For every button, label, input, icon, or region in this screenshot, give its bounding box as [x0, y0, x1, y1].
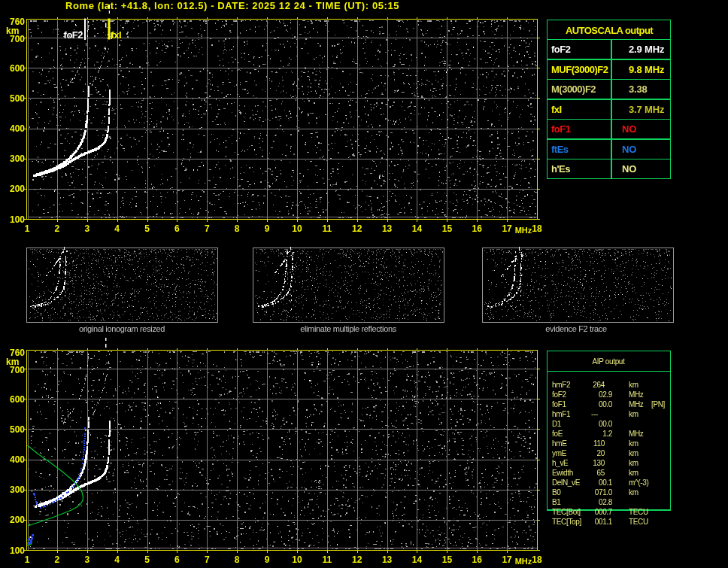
- svg-text:3.7 MHz: 3.7 MHz: [629, 104, 665, 115]
- svg-text:DelN_vE: DelN_vE: [552, 478, 581, 487]
- svg-text:00.0: 00.0: [599, 420, 613, 428]
- svg-text:---: ---: [591, 410, 598, 418]
- svg-text:16: 16: [472, 554, 483, 565]
- svg-text:6: 6: [174, 223, 180, 234]
- svg-text:2: 2: [55, 223, 60, 234]
- svg-text:hmF1: hmF1: [552, 410, 571, 418]
- svg-text:7: 7: [205, 554, 210, 565]
- svg-text:4: 4: [114, 554, 120, 565]
- svg-text:fxI: fxI: [111, 29, 122, 41]
- svg-text:15: 15: [442, 554, 453, 565]
- svg-text:AUTOSCALA output: AUTOSCALA output: [566, 25, 654, 36]
- svg-text:foF2: foF2: [552, 390, 566, 399]
- svg-text:TEC[Bot]: TEC[Bot]: [552, 508, 581, 516]
- svg-text:h_vE: h_vE: [552, 459, 569, 467]
- svg-text:2: 2: [55, 554, 60, 565]
- svg-text:18: 18: [532, 554, 542, 565]
- svg-text:3: 3: [84, 223, 89, 234]
- svg-text:MHz: MHz: [515, 226, 532, 235]
- svg-text:km: km: [629, 469, 639, 477]
- svg-text:km: km: [629, 410, 639, 418]
- svg-text:ymE: ymE: [552, 449, 567, 457]
- svg-text:00.0: 00.0: [599, 400, 613, 409]
- svg-text:100: 100: [10, 214, 25, 225]
- svg-text:11: 11: [322, 554, 332, 565]
- svg-text:071.0: 071.0: [595, 488, 613, 497]
- svg-text:4: 4: [114, 223, 120, 234]
- svg-text:20: 20: [597, 449, 605, 457]
- svg-text:600: 600: [10, 63, 25, 74]
- svg-text:D1: D1: [552, 420, 562, 428]
- svg-text:original ionogram resized: original ionogram resized: [79, 324, 165, 333]
- svg-text:6: 6: [174, 554, 180, 565]
- svg-text:16: 16: [472, 223, 483, 234]
- svg-text:foE: foE: [552, 430, 563, 438]
- svg-text:MHz: MHz: [629, 400, 644, 409]
- svg-text:[PN]: [PN]: [651, 400, 666, 409]
- svg-text:MHz: MHz: [515, 557, 532, 566]
- svg-text:km: km: [6, 357, 19, 367]
- svg-text:1: 1: [25, 223, 30, 234]
- svg-text:AIP output: AIP output: [592, 357, 625, 366]
- svg-text:3.38: 3.38: [629, 84, 648, 95]
- svg-text:12: 12: [352, 223, 362, 234]
- svg-text:00.1: 00.1: [599, 478, 613, 487]
- svg-text:MHz: MHz: [629, 430, 644, 438]
- svg-text:fxI: fxI: [551, 104, 562, 115]
- svg-text:B1: B1: [552, 498, 561, 506]
- svg-text:400: 400: [10, 454, 25, 465]
- svg-text:Ewidth: Ewidth: [552, 469, 573, 477]
- svg-text:NO: NO: [622, 163, 636, 175]
- svg-text:foF2: foF2: [64, 29, 83, 41]
- svg-text:foF2: foF2: [551, 44, 571, 55]
- svg-text:9.8 MHz: 9.8 MHz: [629, 64, 665, 75]
- svg-text:02.9: 02.9: [599, 390, 613, 399]
- svg-text:10: 10: [292, 223, 302, 234]
- svg-text:TECU: TECU: [629, 518, 648, 526]
- svg-text:200: 200: [10, 184, 25, 194]
- svg-text:M(3000)F2: M(3000)F2: [551, 84, 596, 95]
- svg-text:1.2: 1.2: [602, 430, 613, 438]
- svg-text:300: 300: [10, 484, 25, 495]
- svg-text:eliminate multiple reflections: eliminate multiple reflections: [300, 324, 397, 333]
- svg-text:14: 14: [412, 554, 423, 565]
- svg-text:15: 15: [442, 223, 453, 234]
- svg-text:MUF(3000)F2: MUF(3000)F2: [551, 64, 608, 75]
- svg-text:9: 9: [265, 554, 270, 565]
- svg-text:ftEs: ftEs: [551, 144, 569, 155]
- svg-text:km: km: [6, 26, 19, 36]
- svg-text:10: 10: [292, 554, 302, 565]
- svg-text:001.1: 001.1: [595, 518, 613, 526]
- svg-text:2.9 MHz: 2.9 MHz: [629, 44, 665, 55]
- svg-text:foF1: foF1: [551, 123, 571, 135]
- svg-text:500: 500: [10, 93, 25, 104]
- svg-text:TECU: TECU: [629, 508, 648, 516]
- svg-text:m^(-3): m^(-3): [629, 478, 648, 487]
- svg-text:NO: NO: [622, 144, 636, 155]
- svg-text:100: 100: [10, 545, 25, 556]
- svg-text:5: 5: [144, 554, 150, 565]
- svg-text:200: 200: [10, 515, 25, 525]
- svg-text:264: 264: [593, 381, 605, 389]
- svg-text:02.8: 02.8: [599, 498, 613, 506]
- svg-text:Rome (lat: +41.8, lon: 012.5): Rome (lat: +41.8, lon: 012.5) - DATE: 20…: [65, 0, 399, 11]
- svg-text:130: 130: [593, 459, 605, 467]
- svg-text:65: 65: [597, 469, 605, 477]
- svg-text:1: 1: [25, 554, 30, 565]
- svg-text:300: 300: [10, 153, 25, 164]
- svg-text:evidence F2 trace: evidence F2 trace: [545, 324, 607, 333]
- svg-text:14: 14: [412, 223, 423, 234]
- svg-text:hmE: hmE: [552, 439, 567, 448]
- svg-text:NO: NO: [622, 123, 636, 135]
- svg-text:11: 11: [322, 223, 332, 234]
- svg-text:8: 8: [235, 223, 240, 234]
- svg-text:12: 12: [352, 554, 362, 565]
- svg-text:8: 8: [235, 554, 240, 565]
- svg-text:13: 13: [382, 223, 393, 234]
- svg-text:500: 500: [10, 424, 25, 435]
- svg-text:km: km: [629, 381, 639, 389]
- svg-text:hmF2: hmF2: [552, 381, 571, 389]
- svg-text:km: km: [629, 488, 639, 497]
- svg-text:foF1: foF1: [552, 400, 566, 409]
- svg-text:B0: B0: [552, 488, 561, 497]
